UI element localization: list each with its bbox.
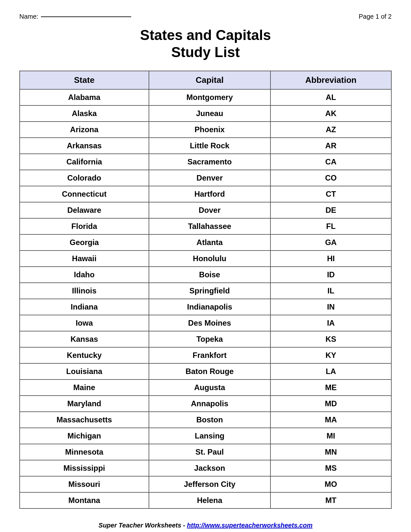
abbreviation-cell: GA bbox=[270, 234, 391, 251]
table-row: IowaDes MoinesIA bbox=[20, 315, 391, 331]
state-cell: Iowa bbox=[20, 315, 149, 331]
table-row: MississippiJacksonMS bbox=[20, 460, 391, 476]
col-header-state: State bbox=[20, 71, 149, 89]
states-capitals-table: State Capital Abbreviation AlabamaMontgo… bbox=[19, 71, 392, 509]
capital-cell: Hartford bbox=[149, 186, 270, 202]
state-cell: Maine bbox=[20, 379, 149, 396]
capital-cell: Montgomery bbox=[149, 89, 270, 105]
abbreviation-cell: MA bbox=[270, 412, 391, 428]
abbreviation-cell: MI bbox=[270, 428, 391, 444]
table-row: MichiganLansingMI bbox=[20, 428, 391, 444]
table-row: CaliforniaSacramentoCA bbox=[20, 154, 391, 170]
abbreviation-cell: CA bbox=[270, 154, 391, 170]
table-row: ConnecticutHartfordCT bbox=[20, 186, 391, 202]
table-row: HawaiiHonoluluHI bbox=[20, 251, 391, 267]
state-cell: Connecticut bbox=[20, 186, 149, 202]
table-row: KentuckyFrankfortKY bbox=[20, 347, 391, 363]
table-row: KansasTopekaKS bbox=[20, 331, 391, 347]
table-row: IndianaIndianapolisIN bbox=[20, 299, 391, 315]
state-cell: Kansas bbox=[20, 331, 149, 347]
state-cell: Hawaii bbox=[20, 251, 149, 267]
state-cell: Alaska bbox=[20, 105, 149, 122]
col-header-abbreviation: Abbreviation bbox=[270, 71, 391, 89]
state-cell: Montana bbox=[20, 492, 149, 508]
table-row: ArizonaPhoenixAZ bbox=[20, 122, 391, 138]
name-field: Name: bbox=[19, 13, 131, 20]
page-header: Name: Page 1 of 2 bbox=[19, 13, 392, 20]
state-cell: Georgia bbox=[20, 234, 149, 251]
footer-text: Super Teacher Worksheets - bbox=[99, 522, 187, 529]
page-number: Page 1 of 2 bbox=[359, 13, 392, 20]
state-cell: Alabama bbox=[20, 89, 149, 105]
capital-cell: Annapolis bbox=[149, 396, 270, 412]
state-cell: California bbox=[20, 154, 149, 170]
abbreviation-cell: IL bbox=[270, 283, 391, 299]
capital-cell: Boise bbox=[149, 267, 270, 283]
table-row: AlabamaMontgomeryAL bbox=[20, 89, 391, 105]
capital-cell: Dover bbox=[149, 202, 270, 218]
capital-cell: Springfield bbox=[149, 283, 270, 299]
state-cell: Louisiana bbox=[20, 363, 149, 379]
table-row: LouisianaBaton RougeLA bbox=[20, 363, 391, 379]
table-row: ArkansasLittle RockAR bbox=[20, 138, 391, 154]
state-cell: Indiana bbox=[20, 299, 149, 315]
state-cell: Maryland bbox=[20, 396, 149, 412]
capital-cell: Boston bbox=[149, 412, 270, 428]
state-cell: Delaware bbox=[20, 202, 149, 218]
capital-cell: Helena bbox=[149, 492, 270, 508]
capital-cell: Lansing bbox=[149, 428, 270, 444]
abbreviation-cell: FL bbox=[270, 218, 391, 234]
capital-cell: Tallahassee bbox=[149, 218, 270, 234]
state-cell: Idaho bbox=[20, 267, 149, 283]
state-cell: Kentucky bbox=[20, 347, 149, 363]
state-cell: Missouri bbox=[20, 476, 149, 492]
col-header-capital: Capital bbox=[149, 71, 270, 89]
abbreviation-cell: CT bbox=[270, 186, 391, 202]
table-row: MissouriJefferson CityMO bbox=[20, 476, 391, 492]
table-row: DelawareDoverDE bbox=[20, 202, 391, 218]
abbreviation-cell: MN bbox=[270, 444, 391, 460]
state-cell: Florida bbox=[20, 218, 149, 234]
abbreviation-cell: KS bbox=[270, 331, 391, 347]
abbreviation-cell: MT bbox=[270, 492, 391, 508]
abbreviation-cell: IA bbox=[270, 315, 391, 331]
table-row: MontanaHelenaMT bbox=[20, 492, 391, 508]
table-row: FloridaTallahasseeFL bbox=[20, 218, 391, 234]
title-line1: States and Capitals bbox=[140, 27, 271, 43]
abbreviation-cell: ME bbox=[270, 379, 391, 396]
capital-cell: Honolulu bbox=[149, 251, 270, 267]
capital-cell: Atlanta bbox=[149, 234, 270, 251]
abbreviation-cell: AZ bbox=[270, 122, 391, 138]
footer-link[interactable]: http://www.superteacherworksheets.com bbox=[187, 522, 312, 529]
abbreviation-cell: IN bbox=[270, 299, 391, 315]
capital-cell: St. Paul bbox=[149, 444, 270, 460]
abbreviation-cell: KY bbox=[270, 347, 391, 363]
state-cell: Massachusetts bbox=[20, 412, 149, 428]
table-row: GeorgiaAtlantaGA bbox=[20, 234, 391, 251]
capital-cell: Jackson bbox=[149, 460, 270, 476]
table-row: MassachusettsBostonMA bbox=[20, 412, 391, 428]
abbreviation-cell: AK bbox=[270, 105, 391, 122]
abbreviation-cell: CO bbox=[270, 170, 391, 186]
capital-cell: Baton Rouge bbox=[149, 363, 270, 379]
abbreviation-cell: HI bbox=[270, 251, 391, 267]
state-cell: Minnesota bbox=[20, 444, 149, 460]
state-cell: Arizona bbox=[20, 122, 149, 138]
capital-cell: Juneau bbox=[149, 105, 270, 122]
abbreviation-cell: LA bbox=[270, 363, 391, 379]
title-section: States and Capitals Study List bbox=[19, 27, 392, 61]
table-row: MinnesotaSt. PaulMN bbox=[20, 444, 391, 460]
table-row: IdahoBoiseID bbox=[20, 267, 391, 283]
abbreviation-cell: ID bbox=[270, 267, 391, 283]
abbreviation-cell: AL bbox=[270, 89, 391, 105]
capital-cell: Indianapolis bbox=[149, 299, 270, 315]
capital-cell: Denver bbox=[149, 170, 270, 186]
state-cell: Illinois bbox=[20, 283, 149, 299]
abbreviation-cell: AR bbox=[270, 138, 391, 154]
footer: Super Teacher Worksheets - http://www.su… bbox=[19, 522, 392, 529]
abbreviation-cell: MO bbox=[270, 476, 391, 492]
table-row: AlaskaJuneauAK bbox=[20, 105, 391, 122]
capital-cell: Little Rock bbox=[149, 138, 270, 154]
title-line2: Study List bbox=[171, 44, 240, 60]
name-line bbox=[41, 16, 131, 17]
